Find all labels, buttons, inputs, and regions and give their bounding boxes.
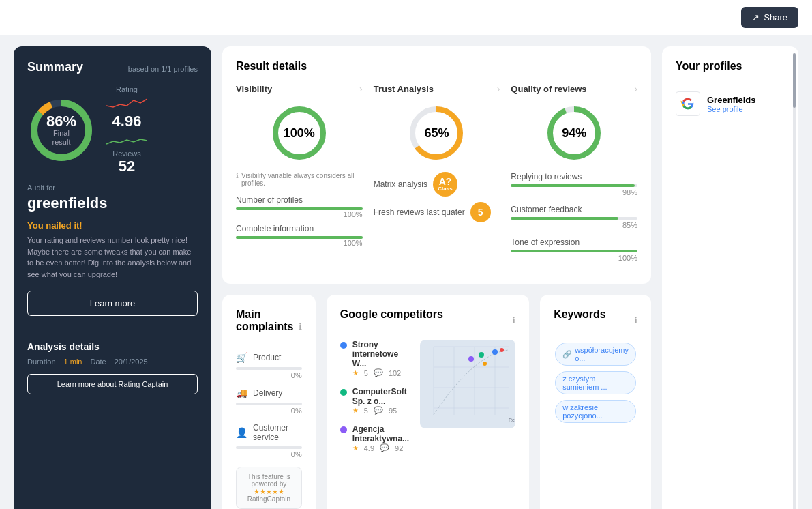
complaint-delivery-val: 0% xyxy=(236,407,302,415)
competitors-card: Google competitors ℹ Strony internetowe … xyxy=(327,295,529,509)
trust-percent: 65% xyxy=(424,126,449,141)
quality-arrow[interactable]: › xyxy=(634,83,637,94)
right-metrics: Replying to reviews 98% Customer feedbac… xyxy=(511,172,637,262)
competitor-dot-2 xyxy=(340,426,347,433)
delivery-icon: 🚚 xyxy=(236,388,247,398)
keywords-list: 🔗 współpracujemy o... z czystym sumienie… xyxy=(554,340,637,426)
svg-point-18 xyxy=(479,352,484,358)
complaints-info-icon[interactable]: ℹ xyxy=(299,321,302,332)
reviews-label: Reviews xyxy=(106,149,147,158)
matrix-badge: A? Class xyxy=(433,172,457,197)
keyword-1[interactable]: z czystym sumieniem ... xyxy=(555,371,636,394)
feedback-row: Customer feedback 85% xyxy=(511,205,637,229)
see-profile-link[interactable]: See profile xyxy=(707,105,756,113)
summary-final-label: Final result xyxy=(44,129,78,147)
date-value: 20/1/2025 xyxy=(115,358,148,366)
competitor-0: Strony internetowe W... ★ 5 💬 102 xyxy=(340,340,409,377)
trust-arrow[interactable]: › xyxy=(497,83,500,94)
visibility-percent: 100% xyxy=(284,126,315,141)
keyword-0[interactable]: 🔗 współpracujemy o... xyxy=(555,343,636,366)
summary-title: Summary xyxy=(27,60,83,74)
trust-col: Trust Analysis › 65% Matrix analysis xyxy=(374,83,500,270)
competitor-name-2: Agencja Interaktywna... xyxy=(352,424,409,443)
complete-info-val: 100% xyxy=(236,239,363,247)
keywords-card: Keywords ℹ 🔗 współpracujemy o... z czyst… xyxy=(540,295,651,509)
powered-badge: This feature is powered by ★★★★★ RatingC… xyxy=(236,467,302,509)
reviews-value: 52 xyxy=(106,158,147,175)
competitor-reviews-0: 💬 xyxy=(374,368,383,377)
rating-box: Rating 4.96 xyxy=(106,85,147,130)
audit-name: greenfields xyxy=(27,194,198,212)
result-details-card: Result details Visibility › 100% xyxy=(222,46,651,284)
fresh-row: Fresh reviews last quater 5 xyxy=(374,202,500,222)
tone-val: 100% xyxy=(511,254,637,262)
competitors-info-icon[interactable]: ℹ xyxy=(512,315,515,325)
complete-info-label: Complete information xyxy=(236,224,363,233)
profiles-scrollbar[interactable] xyxy=(793,53,796,509)
keywords-info-icon[interactable]: ℹ xyxy=(634,315,637,325)
share-button[interactable]: ↗ Share xyxy=(741,7,798,28)
summary-percent: 86% xyxy=(44,114,78,129)
powered-brand: RatingCaptain xyxy=(247,495,290,503)
fresh-label: Fresh reviews last quater xyxy=(374,207,465,217)
complaint-product-val: 0% xyxy=(236,371,302,379)
competitor-2: Agencja Interaktywna... ★ 4.9 💬 92 xyxy=(340,424,409,452)
complaint-service-label: Customer service xyxy=(253,423,302,442)
feedback-val: 85% xyxy=(511,221,637,229)
based-on-text: based on 1/1 profiles xyxy=(128,65,198,73)
quality-col: Quality of reviews › 94% Replying to rev xyxy=(511,83,637,270)
complaint-product-label: Product xyxy=(253,353,281,362)
top-bar: ↗ Share xyxy=(0,0,812,35)
competitor-dot-0 xyxy=(340,342,347,349)
profiles-scroll[interactable]: Greenfields See profile xyxy=(676,83,785,116)
date-label: Date xyxy=(90,358,106,366)
replying-label: Replying to reviews xyxy=(511,172,637,181)
visibility-arrow[interactable]: › xyxy=(359,83,363,94)
service-icon: 👤 xyxy=(236,427,247,438)
visibility-label: Visibility xyxy=(236,84,272,94)
learn-captain-button[interactable]: Learn more about Rating Captain xyxy=(27,374,198,394)
competitor-rating-0: 5 xyxy=(364,369,368,377)
keyword-2[interactable]: w zakresie pozycjono... xyxy=(555,400,636,423)
analysis-details-title: Analysis details xyxy=(27,341,198,352)
complaint-delivery: 🚚 Delivery 0% xyxy=(236,388,302,415)
matrix-label: Matrix analysis xyxy=(374,179,427,189)
svg-point-20 xyxy=(500,348,504,352)
complete-info-row: Complete information 100% xyxy=(236,224,363,247)
analysis-meta: Duration 1 min Date 20/1/2025 xyxy=(27,358,198,366)
quality-label: Quality of reviews xyxy=(511,84,586,94)
powered-text: This feature is powered by xyxy=(245,473,293,488)
reviews-box: Reviews 52 xyxy=(106,136,147,175)
svg-text:Reviews: Reviews xyxy=(509,418,515,422)
visibility-note-text: Visibility variable always considers all… xyxy=(241,172,363,187)
competitor-name-0: Strony internetowe W... xyxy=(352,340,409,368)
keyword-icon-0: 🔗 xyxy=(562,350,572,359)
quality-donut: 94% xyxy=(543,102,605,164)
scatter-plot: Reviews Rating xyxy=(420,340,515,428)
svg-point-17 xyxy=(492,349,498,355)
competitor-dot-1 xyxy=(340,389,347,396)
svg-point-19 xyxy=(468,356,474,362)
competitor-1: ComputerSoft Sp. z o... ★ 5 💬 95 xyxy=(340,387,409,415)
complaint-service: 👤 Customer service 0% xyxy=(236,423,302,459)
fresh-badge: 5 xyxy=(470,202,491,222)
replying-row: Replying to reviews 98% xyxy=(511,172,637,197)
profile-item: Greenfields See profile xyxy=(676,91,785,116)
duration-label: Duration xyxy=(27,358,56,366)
profile-name: Greenfields xyxy=(707,95,756,105)
learn-more-button[interactable]: Learn more xyxy=(27,291,198,316)
powered-stars: ★★★★★ xyxy=(254,488,284,495)
complaints-title: Main complaints xyxy=(236,308,299,333)
summary-metrics: 86% Final result Rating 4.96 xyxy=(27,85,198,175)
feedback-label: Customer feedback xyxy=(511,205,637,214)
tone-row: Tone of expression 100% xyxy=(511,237,637,262)
keywords-title: Keywords xyxy=(554,308,605,321)
num-profiles-label: Number of profiles xyxy=(236,195,363,205)
audit-label: Audit for xyxy=(27,184,198,192)
product-icon: 🛒 xyxy=(236,352,247,363)
nailed-it-text: You nailed it! xyxy=(27,220,198,231)
profiles-title: Your profiles xyxy=(676,60,785,72)
complaint-delivery-label: Delivery xyxy=(253,388,282,398)
summary-card: Summary based on 1/1 profiles 86% Final … xyxy=(14,46,211,509)
duration-value: 1 min xyxy=(64,358,82,366)
